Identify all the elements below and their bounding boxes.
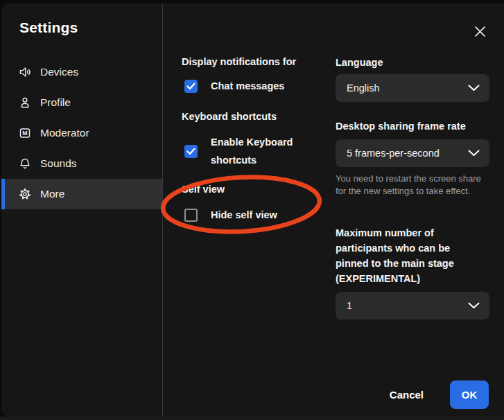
- hide-self-view-label: Hide self view: [211, 206, 277, 224]
- max-pinned-dropdown[interactable]: 1: [336, 292, 489, 320]
- keyboard-shortcuts-heading: Keyboard shortcuts: [182, 111, 277, 122]
- frame-rate-dropdown[interactable]: 5 frames-per-second: [336, 139, 489, 167]
- gear-icon: [18, 187, 32, 201]
- self-view-heading: Self view: [182, 184, 225, 195]
- enable-keyboard-shortcuts-label: Enable Keyboard shortcuts: [211, 133, 302, 169]
- hide-self-view-row: Hide self view: [184, 206, 277, 224]
- close-button[interactable]: [470, 21, 489, 41]
- language-label: Language: [336, 57, 383, 68]
- selection-accent-bar: [1, 57, 5, 87]
- speaker-icon: [18, 65, 32, 79]
- max-pinned-value: 1: [347, 300, 468, 311]
- sidebar-item-more[interactable]: More: [1, 179, 162, 209]
- sidebar-item-moderator[interactable]: M Moderator: [1, 118, 162, 148]
- restart-note: You need to restart the screen share for…: [336, 173, 483, 198]
- desktop-sharing-label: Desktop sharing frame rate: [336, 121, 466, 132]
- chevron-down-icon: [468, 150, 480, 157]
- selection-accent-bar: [1, 118, 5, 148]
- dialog-title: Settings: [19, 19, 78, 36]
- chevron-down-icon: [468, 302, 480, 309]
- enable-keyboard-shortcuts-row: Enable Keyboard shortcuts: [184, 133, 302, 169]
- sidebar-item-label: Moderator: [40, 127, 89, 139]
- ok-button[interactable]: OK: [450, 380, 489, 409]
- bell-icon: [18, 157, 32, 170]
- enable-keyboard-shortcuts-checkbox[interactable]: [184, 145, 198, 158]
- dialog-footer: Cancel OK: [390, 380, 489, 409]
- sidebar-item-label: Devices: [40, 66, 78, 78]
- language-dropdown[interactable]: English: [336, 74, 489, 102]
- checkmark-icon: [186, 148, 195, 155]
- checkmark-icon: [186, 82, 195, 90]
- chat-messages-checkbox[interactable]: [184, 80, 198, 93]
- max-pinned-label: Maximum number of participants who can b…: [336, 225, 471, 286]
- moderator-badge-icon: M: [18, 126, 32, 140]
- chat-messages-row: Chat messages: [184, 77, 284, 95]
- chat-messages-label: Chat messages: [211, 77, 284, 95]
- close-icon: [474, 26, 486, 37]
- sidebar-item-profile[interactable]: Profile: [1, 87, 162, 118]
- selection-accent-bar: [1, 179, 5, 209]
- selection-accent-bar: [1, 148, 5, 179]
- svg-text:M: M: [22, 130, 27, 137]
- backdrop-strip: [0, 417, 504, 420]
- cancel-button[interactable]: Cancel: [390, 389, 424, 401]
- sidebar-item-label: Profile: [40, 96, 71, 109]
- frame-rate-value: 5 frames-per-second: [347, 148, 468, 159]
- selection-accent-bar: [1, 87, 5, 118]
- notifications-heading: Display notifications for: [182, 56, 296, 67]
- hide-self-view-checkbox[interactable]: [184, 209, 198, 222]
- sidebar-item-label: More: [40, 188, 64, 200]
- person-icon: [18, 96, 32, 110]
- sidebar-item-sounds[interactable]: Sounds: [1, 148, 162, 179]
- sidebar-item-devices[interactable]: Devices: [1, 57, 162, 87]
- settings-dialog: Settings Devices Profile M Moderator: [1, 3, 504, 417]
- chevron-down-icon: [468, 85, 480, 91]
- sidebar-divider: [162, 3, 163, 417]
- sidebar-item-label: Sounds: [40, 157, 77, 170]
- language-value: English: [347, 82, 468, 94]
